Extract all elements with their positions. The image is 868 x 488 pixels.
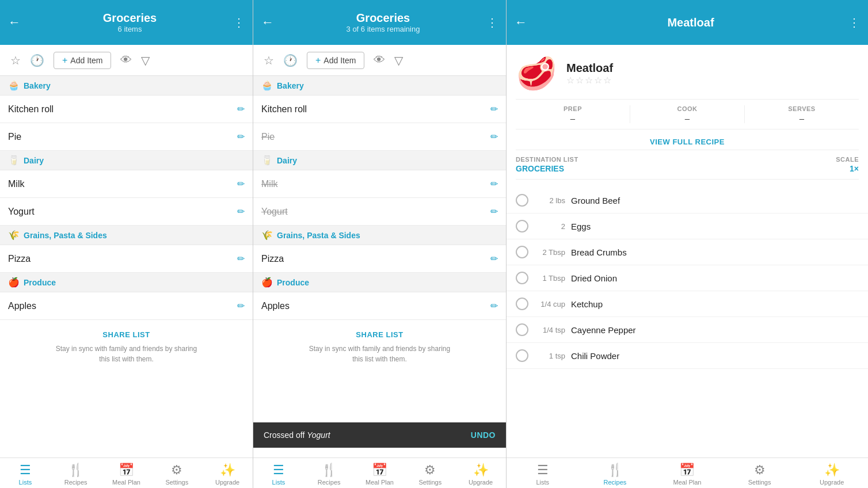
list-item[interactable]: Apples ✏ — [0, 292, 253, 320]
list-item[interactable]: Pie ✏ — [253, 123, 506, 151]
nav-upgrade[interactable]: ✨ Upgrade — [202, 463, 253, 486]
panel3-title: Meatloaf — [533, 16, 848, 29]
edit-icon[interactable]: ✏ — [490, 206, 498, 217]
category-dairy: 🥛 Dairy — [0, 151, 253, 170]
list-item[interactable]: Milk ✏ — [253, 170, 506, 198]
list-item[interactable]: Pizza ✏ — [0, 245, 253, 273]
lists-icon: ☰ — [20, 463, 31, 478]
add-item-button[interactable]: + Add Item — [54, 52, 111, 69]
filter-icon[interactable]: ▽ — [141, 54, 150, 67]
list-item[interactable]: Pie ✏ — [0, 123, 253, 151]
ingredient-name: Eggs — [571, 222, 591, 231]
scale-value[interactable]: 1× — [836, 164, 859, 173]
panel2-back-button[interactable]: ← — [261, 15, 274, 30]
edit-icon[interactable]: ✏ — [490, 104, 498, 115]
list-item[interactable]: Apples ✏ — [253, 292, 506, 320]
destination-value[interactable]: GROCERIES — [516, 164, 836, 173]
panel-meatloaf-recipe: ← Meatloaf ⋮ 🥩 Meatloaf ☆☆☆☆☆ PREP – COO… — [507, 0, 868, 488]
nav-upgrade[interactable]: ✨ Upgrade — [795, 463, 868, 486]
category-bakery: 🧁 Bakery — [253, 76, 506, 96]
list-item[interactable]: Pizza ✏ — [253, 245, 506, 273]
view-full-recipe-button[interactable]: VIEW FULL RECIPE — [516, 134, 859, 150]
ingredient-qty: 2 lbs — [534, 196, 565, 205]
share-list-button[interactable]: SHARE LIST — [261, 330, 498, 339]
panel3-menu-button[interactable]: ⋮ — [848, 16, 860, 29]
ingredient-qty: 1 tsp — [534, 352, 565, 360]
nav-settings[interactable]: ⚙ Settings — [151, 463, 202, 486]
ingredient-checkbox[interactable] — [516, 194, 528, 207]
panel-groceries-remaining: ← Groceries 3 of 6 items remaining ⋮ ☆ 🕐… — [253, 0, 507, 488]
panel1-menu-button[interactable]: ⋮ — [233, 16, 245, 29]
list-item[interactable]: Yogurt ✏ — [0, 198, 253, 226]
ingredient-checkbox[interactable] — [516, 323, 528, 336]
nav-recipes[interactable]: 🍴 Recipes — [51, 463, 101, 486]
add-item-button[interactable]: + Add Item — [307, 52, 364, 69]
ingredients-list: 2 lbs Ground Beef 2 Eggs 2 Tbsp Bread Cr… — [507, 188, 868, 458]
star-icon[interactable]: ☆ — [264, 54, 274, 67]
ingredient-checkbox[interactable] — [516, 220, 528, 232]
list-item[interactable]: Kitchen roll ✏ — [0, 96, 253, 123]
recipe-name: Meatloaf — [566, 62, 613, 75]
prep-label: PREP — [516, 105, 630, 112]
ingredient-row: 1 tsp Chili Powder — [507, 343, 868, 369]
panel1-header: ← Groceries 6 items ⋮ — [0, 0, 253, 45]
edit-icon[interactable]: ✏ — [490, 253, 498, 264]
edit-icon[interactable]: ✏ — [237, 206, 245, 217]
panel3-bottom-nav: ☰ Lists 🍴 Recipes 📅 Meal Plan ⚙ Settings… — [507, 458, 868, 488]
ingredient-name: Dried Onion — [571, 273, 617, 283]
dairy-icon: 🥛 — [261, 155, 273, 166]
edit-icon[interactable]: ✏ — [490, 300, 498, 311]
ingredient-name: Cayenne Pepper — [571, 325, 636, 335]
panel3-back-button[interactable]: ← — [515, 15, 527, 30]
nav-settings[interactable]: ⚙ Settings — [405, 463, 455, 486]
eye-icon[interactable]: 👁 — [374, 54, 385, 67]
panel2-menu-button[interactable]: ⋮ — [486, 16, 498, 29]
toast-text: Crossed off Yogurt — [264, 430, 471, 440]
nav-meal-plan[interactable]: 📅 Meal Plan — [101, 463, 152, 486]
ingredient-checkbox[interactable] — [516, 349, 528, 362]
nav-meal-plan[interactable]: 📅 Meal Plan — [355, 463, 405, 486]
recipes-icon: 🍴 — [321, 463, 337, 478]
list-item[interactable]: Kitchen roll ✏ — [253, 96, 506, 123]
share-section: SHARE LIST Stay in sync with family and … — [253, 320, 506, 370]
nav-meal-plan[interactable]: 📅 Meal Plan — [651, 463, 724, 486]
edit-icon[interactable]: ✏ — [490, 131, 498, 142]
ingredient-row: 1/4 cup Ketchup — [507, 291, 868, 317]
nav-lists[interactable]: ☰ Lists — [507, 463, 579, 486]
ingredient-row: 1 Tbsp Dried Onion — [507, 265, 868, 291]
nav-settings[interactable]: ⚙ Settings — [724, 463, 796, 486]
panel2-bottom-nav: ☰ Lists 🍴 Recipes 📅 Meal Plan ⚙ Settings… — [253, 458, 506, 488]
edit-icon[interactable]: ✏ — [237, 131, 245, 142]
edit-icon[interactable]: ✏ — [237, 300, 245, 311]
star-icon[interactable]: ☆ — [10, 54, 21, 67]
category-produce: 🍎 Produce — [0, 273, 253, 292]
edit-icon[interactable]: ✏ — [490, 178, 498, 189]
share-list-button[interactable]: SHARE LIST — [8, 330, 245, 339]
recipe-stars[interactable]: ☆☆☆☆☆ — [566, 75, 613, 86]
undo-button[interactable]: UNDO — [471, 430, 496, 440]
panel2-content: 🧁 Bakery Kitchen roll ✏ Pie ✏ 🥛 Dairy Mi… — [253, 76, 506, 458]
edit-icon[interactable]: ✏ — [237, 253, 245, 264]
filter-icon[interactable]: ▽ — [394, 54, 403, 67]
list-item[interactable]: Yogurt ✏ — [253, 198, 506, 226]
ingredient-checkbox[interactable] — [516, 298, 528, 310]
nav-lists[interactable]: ☰ Lists — [253, 463, 304, 486]
ingredient-row: 2 Eggs — [507, 214, 868, 239]
ingredient-checkbox[interactable] — [516, 246, 528, 258]
edit-icon[interactable]: ✏ — [237, 104, 245, 115]
panel1-back-button[interactable]: ← — [8, 15, 21, 30]
eye-icon[interactable]: 👁 — [120, 54, 132, 67]
ingredient-checkbox[interactable] — [516, 272, 528, 284]
cook-value: – — [630, 113, 744, 123]
ingredient-row: 1/4 tsp Cayenne Pepper — [507, 317, 868, 343]
nav-upgrade[interactable]: ✨ Upgrade — [455, 463, 506, 486]
history-icon[interactable]: 🕐 — [283, 54, 298, 67]
nav-recipes[interactable]: 🍴 Recipes — [304, 463, 355, 486]
nav-recipes[interactable]: 🍴 Recipes — [579, 463, 652, 486]
nav-lists[interactable]: ☰ Lists — [0, 463, 51, 486]
list-item[interactable]: Milk ✏ — [0, 170, 253, 198]
edit-icon[interactable]: ✏ — [237, 178, 245, 189]
history-icon[interactable]: 🕐 — [30, 54, 44, 67]
recipe-info-card: 🥩 Meatloaf ☆☆☆☆☆ PREP – COOK – SERVES – … — [507, 45, 868, 188]
ingredient-name: Ground Beef — [571, 196, 620, 205]
